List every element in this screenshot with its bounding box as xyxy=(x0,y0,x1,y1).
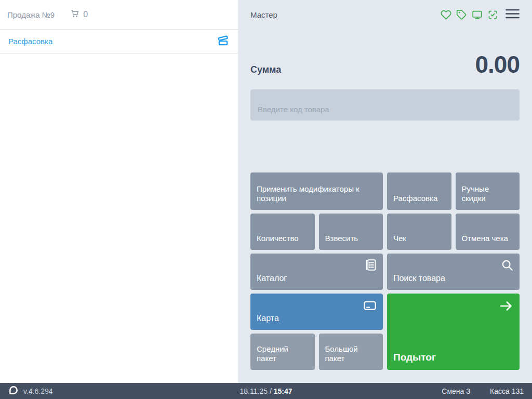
sum-value: 0.00 xyxy=(475,53,520,76)
button-label: Применить модификаторы к позиции xyxy=(257,184,377,204)
quantity-button[interactable]: Количество xyxy=(250,214,315,250)
button-label: Средний пакет xyxy=(257,344,309,364)
receipt-button[interactable]: Чек xyxy=(387,214,451,250)
button-label: Поиск товара xyxy=(393,273,445,284)
search-icon xyxy=(500,258,514,274)
packing-button[interactable]: Расфасовка xyxy=(387,172,451,210)
card-button[interactable]: Карта xyxy=(250,294,383,330)
tag-icon xyxy=(456,9,467,20)
time-label: 15:47 xyxy=(274,387,292,395)
product-code-input[interactable] xyxy=(250,89,520,121)
cart-icon xyxy=(70,9,79,20)
cancel-receipt-button[interactable]: Отмена чека xyxy=(456,214,520,250)
apply-modifiers-button[interactable]: Применить модификаторы к позиции xyxy=(250,172,383,210)
datetime-separator: / xyxy=(270,387,272,395)
button-label: Ручные скидки xyxy=(462,184,514,204)
product-search-button[interactable]: Поиск товара xyxy=(387,254,520,290)
register-label: Касса 131 xyxy=(490,387,524,395)
button-label: Подытог xyxy=(393,351,436,364)
heart-icon xyxy=(441,9,451,20)
cart-line-item[interactable]: Расфасовка xyxy=(0,30,238,54)
arrow-right-icon xyxy=(498,298,514,317)
medium-bag-button[interactable]: Средний пакет xyxy=(250,334,315,370)
status-right: Смена 3 Касса 131 xyxy=(442,387,524,395)
menu-icon[interactable] xyxy=(506,9,520,21)
shift-label: Смена 3 xyxy=(442,387,470,395)
pos-app: Продажа №9 0 Расфасовка xyxy=(0,0,532,383)
status-left: v.4.6.294 xyxy=(8,385,53,397)
actions-panel: Мастер xyxy=(238,0,532,383)
status-bar: v.4.6.294 18.11.25 / 15:47 Смена 3 Касса… xyxy=(0,383,532,399)
display-icon xyxy=(472,9,483,20)
sum-row: Сумма 0.00 xyxy=(250,53,520,76)
large-bag-button[interactable]: Большой пакет xyxy=(319,334,383,370)
brand-logo xyxy=(8,385,19,397)
manual-discounts-button[interactable]: Ручные скидки xyxy=(456,172,520,210)
receipt-header: Продажа №9 0 xyxy=(0,0,238,30)
app-version: v.4.6.294 xyxy=(23,387,53,395)
scan-check-icon xyxy=(487,9,498,20)
button-label: Карта xyxy=(257,313,279,324)
button-label: Большой пакет xyxy=(325,344,377,364)
catalog-icon xyxy=(364,258,377,274)
catalog-button[interactable]: Каталог xyxy=(250,254,383,290)
button-label: Количество xyxy=(257,234,299,244)
cart-count: 0 xyxy=(83,10,88,19)
button-label: Расфасовка xyxy=(393,194,437,204)
receipt-panel: Продажа №9 0 Расфасовка xyxy=(0,0,238,383)
keypad-grid: Применить модификаторы к позиции Расфасо… xyxy=(250,172,520,370)
user-name: Мастер xyxy=(250,10,277,19)
status-icons xyxy=(441,9,498,20)
cart-item-label: Расфасовка xyxy=(8,37,52,46)
top-bar: Мастер xyxy=(250,0,520,20)
button-label: Отмена чека xyxy=(462,234,508,244)
datetime: 18.11.25 / 15:47 xyxy=(240,387,292,395)
date-label: 18.11.25 xyxy=(240,387,268,395)
button-label: Чек xyxy=(393,234,406,244)
sale-title: Продажа №9 xyxy=(7,10,55,19)
open-box-icon xyxy=(216,34,230,49)
sum-label: Сумма xyxy=(250,64,281,75)
button-label: Взвесить xyxy=(325,234,358,244)
subtotal-button[interactable]: Подытог xyxy=(387,294,520,370)
cart-counter: 0 xyxy=(70,9,88,20)
button-label: Каталог xyxy=(257,273,287,284)
card-icon xyxy=(363,298,377,315)
weigh-button[interactable]: Взвесить xyxy=(319,214,383,250)
